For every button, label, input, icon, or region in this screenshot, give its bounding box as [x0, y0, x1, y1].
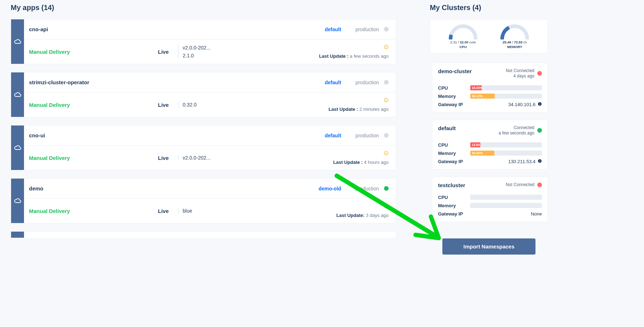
app-env: production [356, 27, 379, 32]
gateway-label: Gateway IP [438, 102, 463, 107]
memory-gauge: 25.46 / 72.55 Gi MEMORY [500, 24, 529, 49]
memory-label: Memory [438, 151, 467, 156]
info-icon[interactable] [538, 102, 542, 107]
svg-point-2 [386, 48, 386, 48]
svg-point-8 [386, 154, 386, 154]
cpu-bar: 13.83 [470, 142, 542, 147]
clusters-section-title: My Clusters (4) [430, 4, 548, 12]
app-name: cno-ui [29, 132, 325, 138]
status-dot [537, 183, 542, 187]
version-list: v2.0.0-202... [178, 155, 250, 161]
cpu-label: CPU [438, 142, 467, 148]
app-name: strimzi-cluster-operator [29, 79, 325, 85]
cpu-bar [470, 195, 542, 200]
version-list: v2.0.0-202...2.1.0 [178, 45, 250, 58]
cluster-status-text: Not Connected4 days ago [506, 68, 534, 79]
memory-bar: 34.12% [470, 94, 542, 99]
cluster-card[interactable]: demo-clusterNot Connected4 days agoCPU16… [432, 63, 548, 113]
status-dot [384, 27, 389, 32]
delivery-mode: Manual Delivery [29, 155, 158, 161]
last-update: Last Update : 2 minutes ago [328, 106, 389, 112]
warning-icon[interactable] [384, 151, 389, 157]
cpu-bar: 16.00% [470, 85, 542, 90]
memory-label: Memory [438, 203, 467, 208]
app-env: production [356, 186, 379, 191]
cluster-card[interactable]: defaultConnecteda few seconds agoCPU13.8… [432, 120, 548, 170]
stage-label: Live [158, 155, 174, 161]
import-namespaces-button[interactable]: Import Namespaces [442, 238, 535, 255]
svg-rect-13 [540, 104, 540, 105]
stage-label: Live [158, 102, 174, 108]
last-update: Last Update : a few seconds ago [319, 53, 389, 59]
memory-label: Memory [438, 94, 467, 99]
last-update: Last Update : 4 hours ago [333, 160, 389, 165]
gauges-card: 2.31 / 22.00 core CPU 25.46 / 72.55 Gi M… [430, 19, 548, 53]
app-card[interactable]: cno-cd-operatordefaultproduction [11, 231, 396, 238]
app-card[interactable]: cno-uidefaultproductionManual DeliveryLi… [11, 125, 396, 170]
app-card[interactable]: cno-apidefaultproductionManual DeliveryL… [11, 19, 396, 64]
gateway-value: 34.140.101.6 [508, 102, 542, 107]
app-name: demo [29, 185, 319, 191]
apps-scroll[interactable]: cno-apidefaultproductionManual DeliveryL… [11, 19, 401, 238]
app-env: production [356, 133, 379, 138]
cluster-status-text: Not Connected [506, 182, 534, 188]
cluster-status-text: Connecteda few seconds ago [499, 125, 534, 136]
version-list: 0.32.0 [178, 102, 250, 108]
cpu-gauge: 2.31 / 22.00 core CPU [449, 24, 477, 49]
svg-point-11 [386, 207, 386, 207]
app-card[interactable]: strimzi-cluster-operatordefaultproductio… [11, 72, 396, 117]
cloud-icon [11, 125, 24, 170]
cluster-name: default [438, 125, 456, 131]
cluster-card[interactable]: testclusterNot ConnectedCPUMemoryGateway… [432, 177, 548, 222]
delivery-mode: Manual Delivery [29, 49, 158, 55]
stage-label: Live [158, 208, 174, 214]
gateway-label: Gateway IP [438, 211, 463, 217]
cluster-name: testcluster [438, 182, 465, 188]
app-namespace-link[interactable]: default [325, 80, 341, 85]
status-dot [384, 186, 389, 191]
cloud-icon [11, 19, 24, 64]
status-dot [537, 128, 542, 133]
svg-rect-17 [540, 160, 540, 160]
memory-bar [470, 203, 542, 208]
gateway-value: None [531, 211, 542, 217]
delivery-mode: Manual Delivery [29, 208, 158, 214]
cpu-label: CPU [438, 85, 467, 91]
cluster-name: demo-cluster [438, 68, 472, 74]
svg-rect-14 [540, 103, 540, 103]
gateway-value: 130.211.53.4 [508, 159, 542, 164]
status-dot [537, 71, 542, 76]
status-dot [384, 80, 389, 85]
app-namespace-link[interactable]: demo-old [319, 186, 341, 191]
svg-rect-16 [540, 161, 540, 162]
delivery-mode: Manual Delivery [29, 102, 158, 108]
app-namespace-link[interactable]: default [325, 133, 341, 138]
version-list: blue [178, 208, 250, 214]
cloud-icon [11, 179, 24, 223]
app-card[interactable]: demodemo-oldproductionManual DeliveryLiv… [11, 178, 396, 223]
warning-icon[interactable] [384, 98, 389, 104]
cpu-label: CPU [438, 195, 467, 200]
warning-icon[interactable] [384, 204, 389, 210]
memory-bar: 33.40% [470, 151, 542, 156]
warning-icon[interactable] [384, 44, 389, 51]
stage-label: Live [158, 49, 174, 55]
gateway-label: Gateway IP [438, 159, 463, 164]
cloud-icon [11, 72, 24, 117]
clusters-scroll[interactable]: demo-clusterNot Connected4 days agoCPU16… [430, 63, 548, 228]
cloud-icon [11, 232, 24, 238]
apps-section-title: My apps (14) [11, 4, 401, 12]
status-dot [384, 133, 389, 138]
svg-point-5 [386, 101, 386, 101]
app-namespace-link[interactable]: default [325, 27, 341, 32]
app-name: cno-api [29, 26, 325, 32]
app-env: production [356, 80, 379, 85]
last-update: Last Update: 3 days ago [336, 213, 389, 218]
info-icon[interactable] [538, 159, 542, 164]
